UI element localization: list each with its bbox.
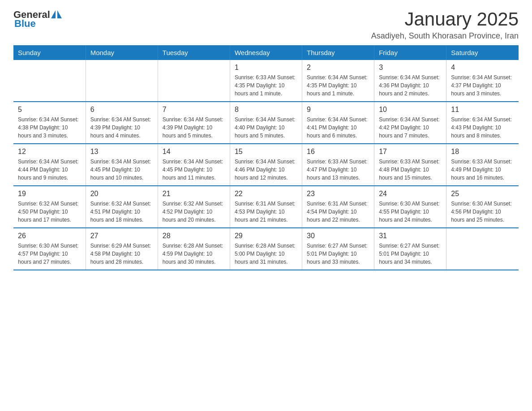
day-number: 11 [451,106,514,114]
calendar-cell: 28Sunrise: 6:28 AM Sunset: 4:59 PM Dayli… [158,228,230,270]
day-info: Sunrise: 6:33 AM Sunset: 4:48 PM Dayligh… [379,158,442,182]
day-number: 22 [235,190,297,198]
day-info: Sunrise: 6:30 AM Sunset: 4:57 PM Dayligh… [18,242,81,266]
calendar-cell: 12Sunrise: 6:34 AM Sunset: 4:44 PM Dayli… [13,144,86,186]
page-title: January 2025 [371,9,519,30]
header-row: SundayMondayTuesdayWednesdayThursdayFrid… [13,45,519,60]
calendar-header: SundayMondayTuesdayWednesdayThursdayFrid… [13,45,519,60]
day-info: Sunrise: 6:32 AM Sunset: 4:52 PM Dayligh… [163,200,225,224]
calendar-cell: 10Sunrise: 6:34 AM Sunset: 4:42 PM Dayli… [374,102,446,144]
day-number: 21 [163,190,225,198]
calendar-cell: 14Sunrise: 6:34 AM Sunset: 4:45 PM Dayli… [158,144,230,186]
day-info: Sunrise: 6:34 AM Sunset: 4:44 PM Dayligh… [18,158,81,182]
calendar-cell: 23Sunrise: 6:31 AM Sunset: 4:54 PM Dayli… [302,186,374,228]
day-info: Sunrise: 6:28 AM Sunset: 4:59 PM Dayligh… [163,242,225,266]
day-info: Sunrise: 6:34 AM Sunset: 4:41 PM Dayligh… [307,116,369,140]
calendar-cell: 1Sunrise: 6:33 AM Sunset: 4:35 PM Daylig… [230,60,302,102]
day-number: 14 [163,148,225,156]
logo: General Blue [13,9,62,30]
day-info: Sunrise: 6:29 AM Sunset: 4:58 PM Dayligh… [90,242,153,266]
day-number: 13 [90,148,153,156]
calendar-cell: 8Sunrise: 6:34 AM Sunset: 4:40 PM Daylig… [230,102,302,144]
calendar-cell: 21Sunrise: 6:32 AM Sunset: 4:52 PM Dayli… [158,186,230,228]
calendar-cell: 4Sunrise: 6:34 AM Sunset: 4:37 PM Daylig… [446,60,519,102]
day-info: Sunrise: 6:28 AM Sunset: 5:00 PM Dayligh… [235,242,297,266]
calendar-cell [446,228,519,270]
day-number: 20 [90,190,153,198]
week-row-3: 12Sunrise: 6:34 AM Sunset: 4:44 PM Dayli… [13,144,519,186]
day-info: Sunrise: 6:30 AM Sunset: 4:56 PM Dayligh… [451,200,514,224]
day-info: Sunrise: 6:34 AM Sunset: 4:43 PM Dayligh… [451,116,514,140]
day-info: Sunrise: 6:34 AM Sunset: 4:45 PM Dayligh… [90,158,153,182]
day-number: 12 [18,148,81,156]
calendar-cell: 22Sunrise: 6:31 AM Sunset: 4:53 PM Dayli… [230,186,302,228]
day-number: 7 [163,106,225,114]
day-number: 28 [163,232,225,240]
header-day-thursday: Thursday [302,45,374,60]
calendar-cell: 16Sunrise: 6:33 AM Sunset: 4:47 PM Dayli… [302,144,374,186]
day-number: 25 [451,190,514,198]
day-number: 18 [451,148,514,156]
day-number: 19 [18,190,81,198]
day-info: Sunrise: 6:33 AM Sunset: 4:47 PM Dayligh… [307,158,369,182]
header-day-sunday: Sunday [13,45,86,60]
day-info: Sunrise: 6:31 AM Sunset: 4:53 PM Dayligh… [235,200,297,224]
day-number: 29 [235,232,297,240]
header-day-friday: Friday [374,45,446,60]
calendar-cell: 20Sunrise: 6:32 AM Sunset: 4:51 PM Dayli… [86,186,158,228]
calendar-body: 1Sunrise: 6:33 AM Sunset: 4:35 PM Daylig… [13,60,519,270]
header-day-monday: Monday [86,45,158,60]
calendar-cell: 15Sunrise: 6:34 AM Sunset: 4:46 PM Dayli… [230,144,302,186]
calendar-cell: 17Sunrise: 6:33 AM Sunset: 4:48 PM Dayli… [374,144,446,186]
day-info: Sunrise: 6:34 AM Sunset: 4:35 PM Dayligh… [307,73,369,98]
day-number: 16 [307,148,369,156]
day-info: Sunrise: 6:27 AM Sunset: 5:01 PM Dayligh… [379,242,442,266]
day-number: 6 [90,106,153,114]
day-number: 5 [18,106,81,114]
week-row-1: 1Sunrise: 6:33 AM Sunset: 4:35 PM Daylig… [13,60,519,102]
day-number: 26 [18,232,81,240]
day-number: 9 [307,106,369,114]
calendar-cell [158,60,230,102]
header-day-wednesday: Wednesday [230,45,302,60]
day-info: Sunrise: 6:34 AM Sunset: 4:39 PM Dayligh… [163,116,225,140]
day-info: Sunrise: 6:27 AM Sunset: 5:01 PM Dayligh… [307,242,369,266]
calendar-cell [86,60,158,102]
day-number: 23 [307,190,369,198]
title-area: January 2025 Asadiyeh, South Khorasan Pr… [371,9,519,41]
day-number: 4 [451,64,514,72]
calendar-cell: 25Sunrise: 6:30 AM Sunset: 4:56 PM Dayli… [446,186,519,228]
day-number: 15 [235,148,297,156]
calendar-cell: 3Sunrise: 6:34 AM Sunset: 4:36 PM Daylig… [374,60,446,102]
day-info: Sunrise: 6:34 AM Sunset: 4:40 PM Dayligh… [235,116,297,140]
day-number: 8 [235,106,297,114]
day-info: Sunrise: 6:34 AM Sunset: 4:39 PM Dayligh… [90,116,153,140]
header-day-saturday: Saturday [446,45,519,60]
day-number: 10 [379,106,442,114]
day-info: Sunrise: 6:34 AM Sunset: 4:38 PM Dayligh… [18,116,81,140]
calendar-table: SundayMondayTuesdayWednesdayThursdayFrid… [13,45,519,270]
day-number: 3 [379,64,442,72]
day-info: Sunrise: 6:34 AM Sunset: 4:42 PM Dayligh… [379,116,442,140]
day-number: 31 [379,232,442,240]
day-info: Sunrise: 6:33 AM Sunset: 4:49 PM Dayligh… [451,158,514,182]
calendar-cell [13,60,86,102]
calendar-cell: 19Sunrise: 6:32 AM Sunset: 4:50 PM Dayli… [13,186,86,228]
day-info: Sunrise: 6:32 AM Sunset: 4:51 PM Dayligh… [90,200,153,224]
calendar-cell: 24Sunrise: 6:30 AM Sunset: 4:55 PM Dayli… [374,186,446,228]
day-number: 27 [90,232,153,240]
day-info: Sunrise: 6:33 AM Sunset: 4:35 PM Dayligh… [235,73,297,98]
day-info: Sunrise: 6:30 AM Sunset: 4:55 PM Dayligh… [379,200,442,224]
calendar-cell: 11Sunrise: 6:34 AM Sunset: 4:43 PM Dayli… [446,102,519,144]
calendar-cell: 5Sunrise: 6:34 AM Sunset: 4:38 PM Daylig… [13,102,86,144]
calendar-cell: 2Sunrise: 6:34 AM Sunset: 4:35 PM Daylig… [302,60,374,102]
subtitle: Asadiyeh, South Khorasan Province, Iran [371,31,519,41]
calendar-cell: 9Sunrise: 6:34 AM Sunset: 4:41 PM Daylig… [302,102,374,144]
header-day-tuesday: Tuesday [158,45,230,60]
week-row-5: 26Sunrise: 6:30 AM Sunset: 4:57 PM Dayli… [13,228,519,270]
calendar-cell: 29Sunrise: 6:28 AM Sunset: 5:00 PM Dayli… [230,228,302,270]
day-number: 30 [307,232,369,240]
day-number: 24 [379,190,442,198]
day-info: Sunrise: 6:31 AM Sunset: 4:54 PM Dayligh… [307,200,369,224]
logo-blue-text: Blue [13,18,36,30]
